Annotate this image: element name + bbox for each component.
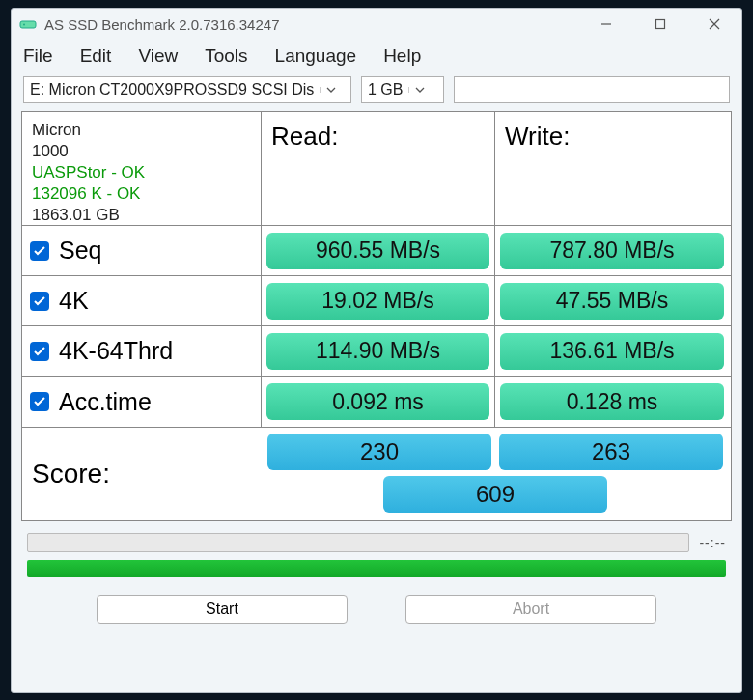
write-value: 136.61 MB/s: [500, 333, 724, 370]
read-value: 0.092 ms: [266, 383, 489, 420]
progress-bar: [27, 533, 689, 552]
abort-button[interactable]: Abort: [405, 595, 656, 624]
svg-rect-0: [20, 21, 36, 28]
window-title: AS SSD Benchmark 2.0.7316.34247: [44, 16, 280, 33]
progress-row: --:--: [12, 521, 741, 556]
completion-bar: [27, 560, 726, 577]
size-selector-value: 1 GB: [362, 81, 408, 98]
read-cell: 114.90 MB/s: [262, 326, 495, 376]
chevron-down-icon: [408, 87, 430, 93]
menu-help[interactable]: Help: [383, 45, 421, 67]
test-name: Acc.time: [59, 388, 152, 416]
test-name: 4K-64Thrd: [59, 337, 173, 365]
test-row: 4K-64Thrd 114.90 MB/s 136.61 MB/s: [22, 326, 731, 377]
menu-file[interactable]: File: [23, 45, 53, 67]
read-cell: 0.092 ms: [262, 377, 495, 427]
drive-capacity: 1863.01 GB: [32, 205, 120, 226]
results-table: Micron 1000 UASPStor - OK 132096 K - OK …: [21, 111, 732, 521]
driver-status: UASPStor - OK: [32, 162, 145, 183]
test-label-cell: Seq: [22, 226, 262, 275]
app-window: AS SSD Benchmark 2.0.7316.34247 File Edi…: [11, 8, 742, 693]
test-label-cell: 4K: [22, 276, 262, 325]
checkbox-icon[interactable]: [30, 241, 49, 261]
svg-rect-3: [656, 20, 665, 29]
read-value: 960.55 MB/s: [266, 233, 489, 269]
score-write: 263: [499, 434, 723, 470]
read-value: 19.02 MB/s: [266, 283, 489, 320]
svg-point-1: [23, 24, 25, 26]
size-selector[interactable]: 1 GB: [361, 76, 444, 103]
checkbox-icon[interactable]: [30, 342, 49, 361]
menu-view[interactable]: View: [138, 45, 178, 67]
test-row: 4K 19.02 MB/s 47.55 MB/s: [22, 276, 731, 326]
score-area: 230 263 609: [262, 428, 731, 520]
minimize-button[interactable]: [579, 9, 633, 40]
read-header: Read:: [262, 112, 495, 225]
close-button[interactable]: [687, 9, 741, 40]
drive-model-num: 1000: [32, 141, 69, 162]
disk-selector-value: E: Micron CT2000X9PROSSD9 SCSI Dis: [24, 81, 320, 98]
header-row: Micron 1000 UASPStor - OK 132096 K - OK …: [22, 112, 731, 226]
read-value: 114.90 MB/s: [266, 333, 489, 370]
drive-info: Micron 1000 UASPStor - OK 132096 K - OK …: [22, 112, 262, 225]
write-header: Write:: [495, 112, 729, 225]
score-row: Score: 230 263 609: [22, 427, 731, 520]
write-value: 47.55 MB/s: [500, 283, 724, 320]
drive-name: Micron: [32, 120, 81, 141]
write-value: 787.80 MB/s: [500, 233, 724, 269]
blank-field[interactable]: [454, 76, 730, 103]
menu-tools[interactable]: Tools: [205, 45, 247, 67]
menu-edit[interactable]: Edit: [80, 45, 112, 67]
test-label-cell: 4K-64Thrd: [22, 326, 262, 376]
score-label: Score:: [22, 428, 262, 520]
checkbox-icon[interactable]: [30, 392, 49, 411]
app-icon: [19, 15, 37, 33]
score-read: 230: [267, 434, 491, 470]
test-row: Acc.time 0.092 ms 0.128 ms: [22, 377, 731, 427]
menu-language[interactable]: Language: [275, 45, 357, 67]
write-cell: 787.80 MB/s: [495, 226, 729, 275]
toolbar: E: Micron CT2000X9PROSSD9 SCSI Dis 1 GB: [12, 76, 741, 111]
button-row: Start Abort: [12, 581, 741, 633]
start-button[interactable]: Start: [97, 595, 348, 624]
write-value: 0.128 ms: [500, 383, 724, 420]
test-label-cell: Acc.time: [22, 377, 262, 427]
write-cell: 136.61 MB/s: [495, 326, 729, 376]
read-cell: 960.55 MB/s: [262, 226, 495, 275]
maximize-button[interactable]: [633, 9, 687, 40]
chevron-down-icon: [320, 87, 341, 93]
align-status: 132096 K - OK: [32, 183, 140, 205]
menubar: File Edit View Tools Language Help: [12, 40, 741, 76]
test-name: 4K: [59, 287, 89, 315]
checkbox-icon[interactable]: [30, 292, 49, 311]
progress-status: --:--: [699, 535, 726, 550]
titlebar: AS SSD Benchmark 2.0.7316.34247: [12, 9, 741, 40]
disk-selector[interactable]: E: Micron CT2000X9PROSSD9 SCSI Dis: [23, 76, 351, 103]
write-cell: 0.128 ms: [495, 377, 729, 427]
window-controls: [579, 9, 741, 40]
write-cell: 47.55 MB/s: [495, 276, 729, 325]
score-total: 609: [383, 476, 607, 513]
test-row: Seq 960.55 MB/s 787.80 MB/s: [22, 226, 731, 276]
test-name: Seq: [59, 237, 101, 265]
read-cell: 19.02 MB/s: [262, 276, 495, 325]
